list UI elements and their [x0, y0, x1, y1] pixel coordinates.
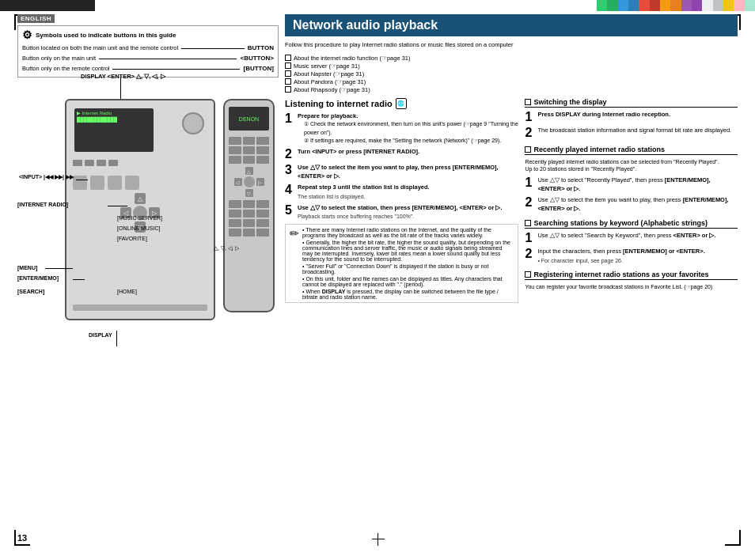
switching-heading-text: Switching the display [533, 98, 606, 106]
searching-note: • For character input, see page 26. [537, 257, 738, 265]
symbol-line-2 [99, 59, 237, 59]
symbols-title-text: Symbols used to indicate buttons in this… [36, 32, 176, 39]
step-note-4: The station list is displayed. [298, 193, 518, 201]
menu-label: [MENU] [17, 265, 37, 271]
registering-heading: Registering internet radio stations as y… [525, 271, 738, 280]
symbols-title: ⚙ Symbols used to indicate buttons in th… [22, 28, 274, 41]
searching-step-2: 2 Input the characters, then press [ENTE… [525, 248, 738, 264]
search-label: [SEARCH] [17, 289, 44, 294]
remote-buttons-2 [229, 200, 269, 236]
step-title-2: Turn <INPUT> or press [INTERNET RADIO]. [298, 148, 419, 155]
switching-display-section: Switching the display 1 Press DISPLAY du… [525, 98, 738, 139]
recently-heading-text: Recently played internet radio stations [533, 146, 665, 153]
checkbox-icon-3 [285, 70, 291, 77]
searching-step-1: 1 Use △▽ to select "Search by Keyword", … [525, 232, 738, 244]
left-column: Listening to internet radio 🌐 1 Prepare … [285, 98, 518, 306]
registering-checkbox [525, 271, 531, 278]
recently-step-text-2: Use △▽ to select the item you want to pl… [537, 196, 738, 213]
step-3: 3 Use △▽ to select the item you want to … [285, 164, 518, 180]
symbol-value-1: BUTTON [248, 44, 274, 53]
recently-played-section: Recently played internet radio stations … [525, 146, 738, 214]
device-body: ▶ Internet Radio ████████████ △ ▽ [65, 99, 215, 320]
switching-display-heading: Switching the display [525, 98, 738, 108]
symbol-label-2: Button only on the main unit [22, 54, 96, 62]
menu-item-4: About Pandora (☞page 31) [285, 78, 738, 85]
checkbox-icon-4 [285, 78, 291, 85]
step-content-3: Use △▽ to select the item you want to pl… [298, 164, 518, 180]
device-illustration: DISPLAY <ENTER> △, ▽, ◁, ▷ ▶ Internet Ra… [17, 63, 286, 451]
device-slider [73, 305, 207, 311]
pencil-icon: ✏ [290, 227, 299, 240]
recently-step-2: 2 Use △▽ to select the item you want to … [525, 196, 738, 213]
network-icon: 🌐 [396, 98, 407, 109]
internet-radio-label: [INTERNET RADIO] [17, 202, 68, 207]
recently-step-num-2: 2 [525, 196, 534, 213]
step-1: 1 Prepare for playback. ① Check the netw… [285, 112, 518, 146]
menu-item-text-4: About Pandora (☞page 31) [294, 78, 366, 85]
listening-heading-text: Listening to internet radio [285, 99, 393, 108]
two-column-layout: Listening to internet radio 🌐 1 Prepare … [285, 98, 738, 306]
recently-intro: Recently played internet radio stations … [525, 158, 738, 174]
black-bar-top [0, 0, 95, 11]
menu-item-3: About Napster (☞page 31) [285, 70, 738, 78]
checkbox-icon-5 [285, 86, 291, 93]
language-label: ENGLISH [17, 14, 55, 23]
symbol-row-1: Button located on both the main unit and… [22, 44, 274, 53]
switching-step-num-1: 1 [525, 111, 534, 123]
home-label: [HOME] [117, 289, 137, 294]
step-4: 4 Repeat step 3 until the station list i… [285, 184, 518, 200]
display-label: DISPLAY [89, 332, 112, 338]
menu-item-text-5: About Rhapsody (☞page 31) [294, 86, 370, 93]
step-note-5: Playback starts once buffering reaches "… [298, 213, 518, 221]
display-line [116, 331, 117, 346]
searching-checkbox [525, 220, 531, 226]
pencil-note-text: • There are many Internet radio stations… [302, 227, 514, 300]
remote-buttons [229, 137, 269, 164]
recently-played-heading: Recently played internet radio stations [525, 146, 738, 155]
step-number-1: 1 [285, 112, 294, 146]
menu-item-text-1: About the internet radio function (☞page… [294, 55, 411, 62]
remote-screen: DENON [229, 107, 269, 131]
menu-line [45, 268, 73, 269]
step-5: 5 Use △▽ to select the station, then pre… [285, 204, 518, 221]
device-buttons-row [73, 160, 207, 166]
color-bar [597, 0, 755, 11]
online-music-label: [ONLINE MUSIC] [117, 225, 160, 231]
searching-step-text-2: Input the characters, then press [ENTER/… [537, 248, 738, 264]
recently-step-1: 1 Use △▽ to select "Recently Played", th… [525, 176, 738, 193]
right-column: Switching the display 1 Press DISPLAY du… [525, 98, 738, 306]
display-enter-line [120, 78, 121, 101]
internet-radio-line [108, 206, 127, 206]
recently-step-num-1: 1 [525, 176, 534, 193]
enter-memo-label: [ENTER/MEMO] [17, 275, 59, 281]
menu-item-text-3: About Napster (☞page 31) [294, 70, 364, 78]
menu-item-text-2: Music server (☞page 31) [294, 62, 360, 70]
step-sub-1: ① Check the network environment, then tu… [304, 120, 518, 145]
symbol-label-1: Button located on both the main unit and… [22, 44, 178, 52]
device-knob [182, 112, 204, 134]
enter-memo-line [73, 279, 85, 280]
symbol-line-1 [181, 48, 245, 49]
step-number-5: 5 [285, 204, 294, 221]
remote-body: DENON △ ▽ ◁ ▷ [223, 99, 275, 312]
step-title-5: Use △▽ to select the station, then press… [298, 204, 502, 211]
menu-list: About the internet radio function (☞page… [285, 55, 738, 93]
registering-heading-text: Registering internet radio stations as y… [533, 271, 708, 278]
step-number-4: 4 [285, 184, 294, 200]
step-title-4: Repeat step 3 until the station list is … [298, 184, 430, 191]
step-content-2: Turn <INPUT> or press [INTERNET RADIO]. [298, 148, 518, 161]
step-content-5: Use △▽ to select the station, then press… [298, 204, 518, 221]
registering-section: Registering internet radio stations as y… [525, 271, 738, 292]
switching-step-text-2: The broadcast station information and si… [537, 127, 738, 139]
input-line [76, 180, 88, 180]
symbol-row-2: Button only on the main unit <BUTTON> [22, 54, 274, 63]
recently-checkbox [525, 146, 531, 153]
step-number-2: 2 [285, 148, 294, 161]
remote-arrow-pad: △ ▽ ◁ ▷ [234, 167, 264, 197]
music-server-label: [MUSIC SERVER] [117, 215, 162, 221]
checkbox-icon-2 [285, 62, 291, 69]
searching-section: Searching stations by keyword (Alphabeti… [525, 219, 738, 264]
arrows-label: △, ▽, ◁, ▷ [214, 245, 239, 252]
menu-item-1: About the internet radio function (☞page… [285, 55, 738, 62]
searching-step-num-2: 2 [525, 248, 534, 264]
